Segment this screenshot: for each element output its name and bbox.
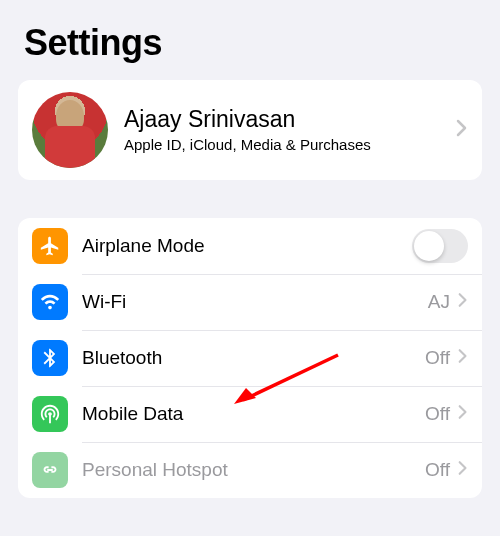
row-value: Off [425, 347, 450, 369]
chevron-right-icon [458, 292, 468, 312]
profile-name: Ajaay Srinivasan [124, 106, 450, 133]
row-bluetooth[interactable]: Bluetooth Off [18, 330, 482, 386]
row-mobile-data[interactable]: Mobile Data Off [18, 386, 482, 442]
airplane-toggle[interactable] [412, 229, 468, 263]
profile-card[interactable]: Ajaay Srinivasan Apple ID, iCloud, Media… [18, 80, 482, 180]
chevron-right-icon [458, 404, 468, 424]
chevron-right-icon [456, 119, 468, 141]
row-value: Off [425, 459, 450, 481]
bluetooth-icon [32, 340, 68, 376]
row-label: Airplane Mode [82, 235, 412, 257]
chevron-right-icon [458, 460, 468, 480]
row-label: Personal Hotspot [82, 459, 425, 481]
chevron-right-icon [458, 348, 468, 368]
profile-text: Ajaay Srinivasan Apple ID, iCloud, Media… [108, 106, 456, 155]
row-wifi[interactable]: Wi-Fi AJ [18, 274, 482, 330]
airplane-icon [32, 228, 68, 264]
row-airplane-mode[interactable]: Airplane Mode [18, 218, 482, 274]
row-label: Mobile Data [82, 403, 425, 425]
row-label: Wi-Fi [82, 291, 428, 313]
settings-list: Airplane Mode Wi-Fi AJ Bluetooth Off Mob… [18, 218, 482, 498]
antenna-icon [32, 396, 68, 432]
avatar [32, 92, 108, 168]
profile-row[interactable]: Ajaay Srinivasan Apple ID, iCloud, Media… [18, 80, 482, 180]
profile-subtitle: Apple ID, iCloud, Media & Purchases [124, 135, 450, 155]
page-title: Settings [0, 0, 500, 80]
row-value: AJ [428, 291, 450, 313]
toggle-knob [414, 231, 444, 261]
hotspot-icon [32, 452, 68, 488]
row-value: Off [425, 403, 450, 425]
row-label: Bluetooth [82, 347, 425, 369]
row-personal-hotspot[interactable]: Personal Hotspot Off [18, 442, 482, 498]
wifi-icon [32, 284, 68, 320]
